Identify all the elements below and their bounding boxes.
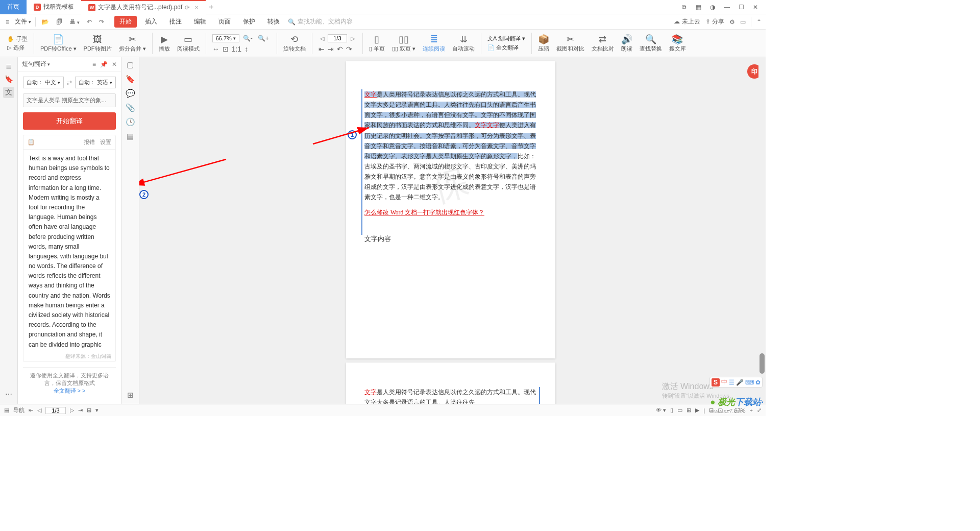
split-merge[interactable]: ✂拆分合并 ▾ (116, 34, 149, 53)
double-page[interactable]: ▯▯▯▯ 双页 ▾ (389, 34, 419, 53)
sb-zoom-value[interactable]: 67% (734, 407, 746, 414)
sb-last-icon[interactable]: ⇥ (78, 407, 83, 414)
sb-next-icon[interactable]: ▷ (70, 407, 74, 414)
file-menu[interactable]: 文件▾ (15, 17, 31, 26)
fit-page-icon[interactable]: ⊡ (223, 45, 229, 53)
nav-annotate[interactable]: 批注 (165, 16, 186, 28)
new-tab-button[interactable]: + (209, 3, 213, 12)
fit-height-icon[interactable]: ↕ (244, 45, 248, 53)
lang-from[interactable]: 自动：中文 ▾ (23, 77, 64, 88)
next-page-icon[interactable]: ▷ (349, 34, 356, 43)
lang-to[interactable]: 自动：英语 ▾ (75, 77, 116, 88)
nav-insert[interactable]: 插入 (141, 16, 161, 28)
save-icon[interactable]: 🗐 (55, 17, 64, 27)
comment-icon[interactable]: 💬 (126, 89, 135, 98)
panel-toggle-icon[interactable]: ▭ (740, 18, 746, 26)
nav-start[interactable]: 开始 (114, 16, 137, 28)
sb-rect-icon[interactable]: ▢ (718, 407, 723, 414)
cloud-status[interactable]: ☁ 未上云 (674, 17, 700, 26)
zoom-out-icon[interactable]: 🔍- (241, 33, 254, 43)
single-page[interactable]: ▯▯ 单页 (366, 34, 388, 53)
sb-eye-icon[interactable]: 👁 ▾ (656, 407, 666, 414)
compress[interactable]: 📦压缩 (535, 34, 552, 53)
sb-view2-icon[interactable]: ▭ (677, 407, 682, 414)
continuous-read[interactable]: ≣连续阅读 (420, 34, 448, 53)
nav-protect[interactable]: 保护 (239, 16, 259, 28)
rail-outline-icon[interactable]: ≣ (3, 60, 14, 71)
swap-lang-icon[interactable]: ⇄ (67, 79, 72, 86)
select-tool[interactable]: ▷ 选择 (7, 44, 28, 52)
skin-icon[interactable]: ◑ (706, 4, 719, 11)
open-icon[interactable]: 📂 (40, 17, 51, 27)
sb-expand-icon[interactable]: ⤢ (757, 407, 762, 414)
prev-page-icon[interactable]: ◁ (318, 34, 326, 43)
close-window-icon[interactable]: ✕ (749, 4, 762, 11)
sb-more-icon[interactable]: ▾ (95, 407, 99, 414)
doc-compare[interactable]: ⇄文档比对 (589, 34, 617, 53)
pdf-to-office[interactable]: 📄PDF转Office ▾ (37, 34, 80, 53)
first-page-icon[interactable]: ⇤ (318, 45, 325, 53)
last-page-icon[interactable]: ⇥ (328, 45, 334, 53)
copy-icon[interactable]: 📋 (28, 139, 35, 146)
sb-view3-icon[interactable]: ⊞ (687, 407, 691, 414)
rail-more-icon[interactable]: ⋯ (3, 389, 14, 400)
sb-nav-label[interactable]: 导航 (13, 406, 24, 414)
fit-width-icon[interactable]: ↔ (212, 45, 219, 53)
rotate-doc[interactable]: ⟲旋转文档 (280, 34, 309, 53)
report-error[interactable]: 报错 (84, 138, 95, 146)
panel-list-icon[interactable]: ≡ (92, 61, 96, 68)
sb-first-icon[interactable]: ⇤ (29, 407, 33, 414)
layout-icon[interactable]: ⧉ (678, 4, 690, 11)
actual-size-icon[interactable]: 1:1 (232, 45, 241, 53)
trans-settings[interactable]: 设置 (100, 138, 111, 146)
maximize-icon[interactable]: ☐ (735, 4, 747, 11)
pdf-to-image[interactable]: 🖼PDF转图片 (81, 34, 115, 53)
grid-icon[interactable]: ▦ (692, 4, 704, 11)
pdf-page-2[interactable]: 文字是人类用符号记录表达信息以传之久远的方式和工具。现代文字大多是记录语言的工具… (346, 363, 555, 404)
undo-icon[interactable]: ↶ (85, 17, 93, 27)
search-wenku[interactable]: 📚搜文库 (666, 34, 689, 53)
panel-close-icon[interactable]: ✕ (112, 61, 117, 68)
hand-tool[interactable]: ✋ 手型 (7, 35, 28, 43)
full-translate-link[interactable]: 全文翻译 > > (54, 388, 86, 394)
share-button[interactable]: ⇪ 分享 (705, 17, 724, 26)
source-text[interactable]: 文字是人类早 期原生文字的象形文字。 (23, 93, 116, 107)
word-translate[interactable]: 文A 划词翻译 ▾ (487, 35, 525, 42)
close-icon[interactable]: × (194, 4, 199, 11)
sb-zoom-in[interactable]: + (750, 407, 753, 414)
thumbnail-icon[interactable]: ▢ (127, 60, 134, 69)
vertical-scrollbar[interactable] (758, 57, 766, 404)
tab-home[interactable]: 首页 (0, 0, 27, 14)
pdf-page-1[interactable]: 保 文字是人类用符号记录表达信息以传之久远的方式和工具。现代文字大多是记录语言的… (346, 61, 555, 358)
rail-translate-icon[interactable]: 文 (3, 87, 14, 98)
nav-page[interactable]: 页面 (214, 16, 235, 28)
nav-edit[interactable]: 编辑 (190, 16, 210, 28)
screenshot-compare[interactable]: ✂截图和对比 (553, 34, 587, 53)
nav-fwd-icon[interactable]: ↷ (346, 45, 352, 53)
ime-toolbar[interactable]: S 中 ☰🎤⌨✿ (709, 377, 763, 388)
sb-zoom-out[interactable]: − (727, 407, 730, 414)
read-aloud[interactable]: 🔊朗读 (618, 34, 635, 53)
sb-prev-icon[interactable]: ◁ (37, 407, 41, 414)
settings-icon[interactable]: ⚙ (729, 18, 735, 26)
sb-page-input[interactable] (45, 407, 66, 414)
sb-outline-icon[interactable]: ▤ (4, 407, 9, 414)
auto-scroll[interactable]: ⇊自动滚动 (449, 34, 478, 53)
translate-button[interactable]: 开始翻译 (23, 112, 116, 130)
nav-convert[interactable]: 转换 (263, 16, 284, 28)
sb-view1-icon[interactable]: ▯ (670, 407, 673, 414)
search-box[interactable]: 🔍 查找功能、文档内容 (288, 17, 353, 26)
page-indicator[interactable] (328, 34, 347, 42)
minimize-icon[interactable]: — (721, 4, 733, 11)
full-translate[interactable]: 📄 全文翻译 (487, 44, 525, 52)
find-replace[interactable]: 🔍查找替换 (636, 34, 665, 53)
history-icon[interactable]: 🕓 (126, 117, 135, 127)
tab-active-pdf[interactable]: W 文字是人类用符号记...pted).pdf ⟳ × (81, 0, 206, 14)
play-button[interactable]: ▶播放 (156, 34, 173, 53)
redo-icon[interactable]: ↷ (97, 17, 106, 27)
zoom-in-icon[interactable]: 🔍+ (256, 33, 271, 43)
reading-mode[interactable]: ▭阅读模式 (174, 34, 203, 53)
expand-rail-icon[interactable]: ⊞ (127, 391, 134, 400)
tab-template[interactable]: D 找稻壳模板 (27, 0, 81, 14)
zoom-value[interactable]: 66.7% ▾ (212, 34, 239, 42)
